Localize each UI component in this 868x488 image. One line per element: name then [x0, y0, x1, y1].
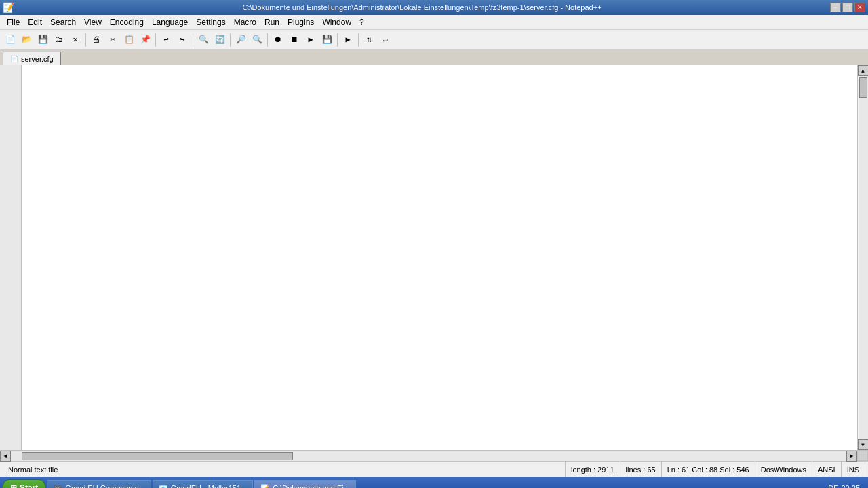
- vertical-scrollbar[interactable]: ▲ ▼: [857, 65, 868, 450]
- taskbar-icon-1: 📧: [159, 484, 168, 489]
- menu-file[interactable]: File: [3, 16, 24, 28]
- zoom-in-button[interactable]: 🔎: [233, 33, 248, 47]
- file-icon: 📄: [10, 55, 18, 62]
- tab-label: server.cfg: [21, 55, 54, 63]
- start-label: Start: [20, 483, 38, 488]
- titlebar: 📝 C:\Dokumente und Einstellungen\Adminis…: [0, 0, 868, 15]
- toolbar-sep6: [337, 33, 338, 47]
- scroll-right-button[interactable]: ▶: [846, 451, 857, 462]
- window-controls: − □ ✕: [830, 3, 865, 12]
- system-tray: DE 20:25: [823, 484, 865, 488]
- cut-button[interactable]: ✂: [105, 33, 120, 47]
- close-doc-button[interactable]: ✕: [68, 33, 83, 47]
- menu-window[interactable]: Window: [318, 16, 355, 28]
- toolbar: 📄 📂 💾 🗂 ✕ 🖨 ✂ 📋 📌 ↩ ↪ 🔍 🔄 🔎 🔍 ⏺ ⏹ ▶ 💾 ▶ …: [0, 30, 868, 50]
- editor: ▲ ▼: [0, 65, 868, 450]
- encoding-section: ANSI: [812, 462, 842, 477]
- insert-section: INS: [842, 462, 865, 477]
- taskbar-icon-0: 🎮: [53, 484, 62, 489]
- minimize-button[interactable]: −: [830, 3, 841, 12]
- filetype-label: Normal text file: [8, 466, 58, 474]
- scroll-down-button[interactable]: ▼: [858, 439, 869, 450]
- lineending-section: Dos\Windows: [755, 462, 812, 477]
- toolbar-sep3: [193, 33, 193, 47]
- taskbar-label-2: C:\Dokumente und Ei...: [273, 484, 350, 488]
- menu-language[interactable]: Language: [148, 16, 192, 28]
- encoding-label: ANSI: [818, 466, 835, 474]
- replace-button[interactable]: 🔄: [212, 33, 227, 47]
- code-area[interactable]: [22, 65, 857, 450]
- open-button[interactable]: 📂: [19, 33, 34, 47]
- hscroll-thumb[interactable]: [22, 452, 293, 460]
- close-button[interactable]: ✕: [854, 3, 865, 12]
- statusbar: Normal text file length : 2911 lines : 6…: [0, 461, 868, 477]
- macro-record-button[interactable]: ⏺: [271, 33, 285, 47]
- macro-stop-button[interactable]: ⏹: [287, 33, 302, 47]
- hscrollbar-container: ◀ ▶: [0, 450, 868, 461]
- taskbar-item-0[interactable]: 🎮 Gmod.EU Gameserve...: [47, 480, 151, 488]
- menu-view[interactable]: View: [80, 16, 106, 28]
- wrap-button[interactable]: ↵: [378, 33, 393, 47]
- toolbar-sep1: [85, 33, 86, 47]
- taskbar-icon-2: 📝: [260, 484, 270, 489]
- taskbar: ⊞ Start 🎮 Gmod.EU Gameserve... 📧 GmodEU …: [0, 477, 868, 488]
- taskbar-item-2[interactable]: 📝 C:\Dokumente und Ei...: [254, 480, 356, 488]
- find-button[interactable]: 🔍: [196, 33, 211, 47]
- scroll-up-button[interactable]: ▲: [858, 65, 869, 76]
- scroll-thumb[interactable]: [859, 77, 867, 98]
- start-button[interactable]: ⊞ Start: [3, 479, 45, 488]
- menu-macro[interactable]: Macro: [230, 16, 260, 28]
- tab-server-cfg[interactable]: 📄 server.cfg: [3, 52, 61, 65]
- save-button[interactable]: 💾: [35, 33, 50, 47]
- windows-logo-icon: ⊞: [10, 483, 17, 488]
- macro-play-button[interactable]: ▶: [303, 33, 318, 47]
- undo-button[interactable]: ↩: [159, 33, 174, 47]
- scrollbar-corner: [857, 451, 868, 461]
- taskbar-item-1[interactable]: 📧 GmodEU - Muller151...: [153, 480, 253, 488]
- maximize-button[interactable]: □: [842, 3, 853, 12]
- length-section: length : 2911: [566, 462, 620, 477]
- clock: 20:25: [841, 484, 860, 488]
- length-label: length : 2911: [571, 466, 614, 474]
- line-numbers: [0, 65, 22, 450]
- position-label: Ln : 61 Col : 88 Sel : 546: [667, 466, 749, 474]
- systray-icons: DE: [828, 484, 838, 488]
- copy-button[interactable]: 📋: [121, 33, 136, 47]
- tabbar: 📄 server.cfg: [0, 50, 868, 65]
- run-button[interactable]: ▶: [340, 33, 355, 47]
- menu-settings[interactable]: Settings: [192, 16, 229, 28]
- insert-label: INS: [847, 466, 859, 474]
- toolbar-sep7: [358, 33, 359, 47]
- save-all-button[interactable]: 🗂: [52, 33, 66, 47]
- scroll-left-button[interactable]: ◀: [0, 451, 11, 462]
- lineending-label: Dos\Windows: [761, 466, 806, 474]
- menu-search[interactable]: Search: [46, 16, 80, 28]
- taskbar-label-1: GmodEU - Muller151...: [171, 484, 247, 488]
- app-icon: 📝: [3, 2, 14, 13]
- menu-plugins[interactable]: Plugins: [283, 16, 318, 28]
- zoom-out-button[interactable]: 🔍: [250, 33, 264, 47]
- taskbar-label-0: Gmod.EU Gameserve...: [65, 484, 144, 488]
- position-section: Ln : 61 Col : 88 Sel : 546: [662, 462, 755, 477]
- scroll-track[interactable]: [859, 76, 868, 439]
- redo-button[interactable]: ↪: [175, 33, 190, 47]
- hscroll-track[interactable]: [11, 451, 846, 461]
- paste-button[interactable]: 📌: [138, 33, 153, 47]
- macro-save-button[interactable]: 💾: [319, 33, 334, 47]
- toolbar-sep2: [155, 33, 156, 47]
- lines-section: lines : 65: [620, 462, 662, 477]
- menu-encoding[interactable]: Encoding: [106, 16, 148, 28]
- menu-run[interactable]: Run: [260, 16, 283, 28]
- lines-label: lines : 65: [626, 466, 656, 474]
- de-flag: DE: [828, 484, 838, 488]
- synscroll-button[interactable]: ⇅: [361, 33, 376, 47]
- new-button[interactable]: 📄: [3, 33, 18, 47]
- menu-help[interactable]: ?: [355, 16, 368, 28]
- titlebar-title: C:\Dokumente und Einstellungen\Administr…: [14, 3, 830, 12]
- menu-edit[interactable]: Edit: [24, 16, 46, 28]
- menubar: File Edit Search View Encoding Language …: [0, 15, 868, 30]
- print-button[interactable]: 🖨: [89, 33, 104, 47]
- horizontal-scrollbar[interactable]: ◀ ▶: [0, 451, 857, 461]
- filetype-section: Normal text file: [3, 462, 566, 477]
- toolbar-sep4: [230, 33, 231, 47]
